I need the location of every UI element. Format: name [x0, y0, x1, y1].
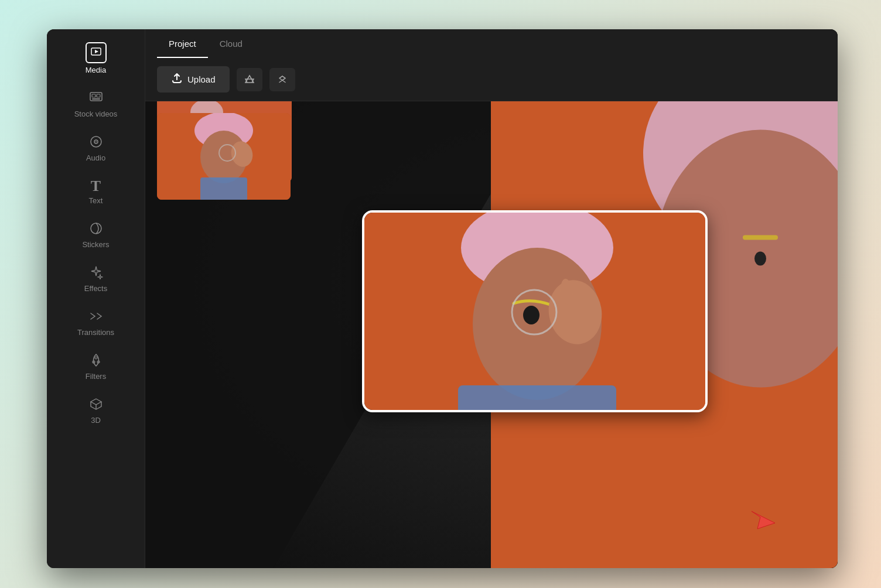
sidebar-item-stock-videos[interactable]: Stock videos — [55, 84, 137, 125]
svg-rect-37 — [458, 385, 616, 412]
sidebar-item-media[interactable]: Media — [55, 35, 137, 81]
sidebar-item-text[interactable]: T Text — [55, 172, 137, 212]
sidebar-item-filters-label: Filters — [86, 372, 106, 381]
audio-icon — [89, 135, 103, 151]
sidebar-item-filters[interactable]: Filters — [55, 346, 137, 388]
top-panel: Project Cloud Upload — [145, 29, 838, 101]
svg-rect-5 — [92, 98, 100, 100]
sidebar: Media Stock videos Audio — [47, 29, 145, 568]
sidebar-item-effects-label: Effects — [84, 284, 108, 293]
svg-point-10 — [95, 357, 97, 359]
stickers-icon — [89, 221, 103, 238]
svg-point-22 — [754, 252, 766, 266]
svg-rect-4 — [97, 94, 100, 97]
svg-point-9 — [91, 223, 101, 234]
preview-card[interactable] — [362, 210, 708, 412]
svg-rect-27 — [200, 177, 247, 200]
sidebar-item-media-label: Media — [86, 66, 106, 74]
sidebar-item-text-label: Text — [89, 196, 103, 205]
tab-project[interactable]: Project — [157, 29, 208, 58]
transitions-icon — [89, 309, 103, 326]
sidebar-item-3d[interactable]: 3D — [55, 390, 137, 432]
filters-icon — [89, 353, 103, 370]
upload-label: Upload — [187, 74, 216, 84]
media-thumbnail[interactable] — [157, 113, 291, 200]
dropbox-button[interactable] — [269, 68, 295, 91]
main-content: Project Cloud Upload — [145, 29, 838, 568]
sidebar-item-stickers-label: Stickers — [82, 240, 109, 249]
sidebar-item-audio[interactable]: Audio — [55, 128, 137, 169]
stock-videos-icon — [89, 91, 103, 107]
effects-icon — [89, 265, 103, 282]
tabs-bar: Project Cloud — [157, 29, 826, 58]
sidebar-item-3d-label: 3D — [91, 416, 101, 425]
sidebar-item-effects[interactable]: Effects — [55, 258, 137, 300]
text-icon: T — [91, 179, 101, 194]
3d-icon — [89, 397, 103, 413]
canvas-area — [145, 101, 838, 568]
toolbar: Upload — [157, 58, 826, 101]
upload-icon — [171, 72, 183, 87]
sidebar-item-stickers[interactable]: Stickers — [55, 214, 137, 256]
svg-marker-38 — [752, 511, 775, 529]
svg-marker-1 — [95, 50, 98, 53]
cursor-arrow — [749, 508, 778, 540]
sidebar-item-stock-label: Stock videos — [74, 110, 118, 118]
sidebar-item-transitions-label: Transitions — [77, 328, 114, 337]
upload-button[interactable]: Upload — [157, 66, 230, 93]
sidebar-item-transitions[interactable]: Transitions — [55, 302, 137, 344]
tab-cloud[interactable]: Cloud — [208, 29, 254, 58]
svg-rect-23 — [743, 235, 778, 240]
svg-rect-3 — [92, 94, 95, 97]
media-icon-box — [86, 42, 107, 63]
sidebar-item-audio-label: Audio — [86, 153, 105, 162]
app-window: Media Stock videos Audio — [47, 29, 838, 568]
google-drive-button[interactable] — [237, 68, 262, 91]
svg-point-33 — [523, 306, 539, 324]
svg-point-8 — [95, 141, 97, 142]
